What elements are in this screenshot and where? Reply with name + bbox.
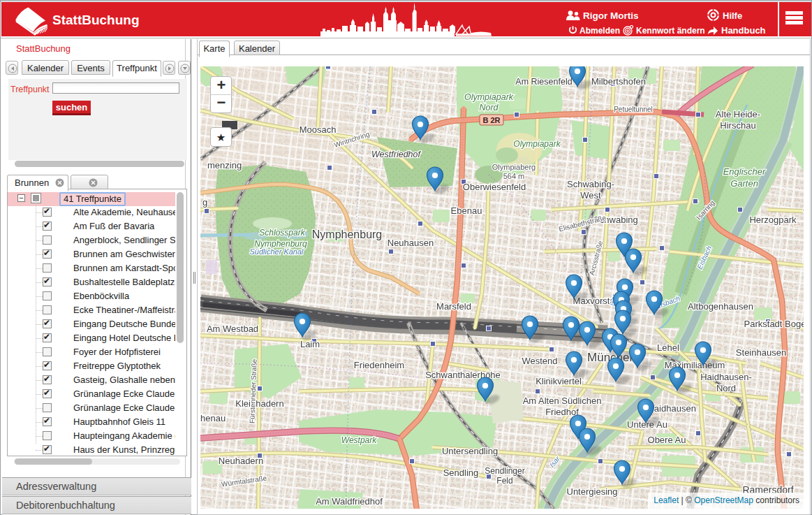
- svg-text:Am Riesenfeld: Am Riesenfeld: [515, 77, 572, 87]
- svg-text:menzing: menzing: [207, 160, 242, 171]
- svg-text:Ob: Ob: [803, 205, 804, 215]
- svg-text:Friedhof: Friedhof: [545, 407, 579, 417]
- svg-text:Schwabing-: Schwabing-: [567, 179, 614, 189]
- svg-text:Herzogpark: Herzogpark: [749, 215, 797, 225]
- svg-text:Südlicher Kanal: Südlicher Kanal: [249, 247, 304, 256]
- svg-text:Moosach: Moosach: [300, 124, 337, 135]
- svg-text:Feld: Feld: [496, 476, 512, 486]
- svg-text:Neuhadern: Neuhadern: [219, 456, 263, 466]
- svg-text:Englischer: Englischer: [723, 166, 766, 177]
- svg-text:Obere Au: Obere Au: [648, 435, 686, 445]
- svg-text:Am Alten Südlichen: Am Alten Südlichen: [523, 396, 602, 406]
- svg-text:Westpark: Westpark: [341, 435, 377, 445]
- svg-text:Nymphenburg: Nymphenburg: [312, 229, 383, 240]
- svg-text:Garten: Garten: [730, 178, 758, 189]
- svg-text:Nord: Nord: [716, 383, 736, 393]
- svg-text:Kleinhadern: Kleinhadern: [235, 398, 283, 409]
- svg-text:Ebenau: Ebenau: [451, 205, 482, 216]
- svg-text:Nord: Nord: [479, 103, 499, 113]
- svg-text:Steinhausen: Steinhausen: [736, 347, 786, 358]
- svg-text:Marsfeld: Marsfeld: [436, 301, 471, 312]
- svg-text:Olympiapark: Olympiapark: [464, 92, 514, 102]
- svg-text:Hirschau: Hirschau: [720, 120, 755, 131]
- svg-text:Sendling: Sendling: [443, 467, 479, 478]
- svg-text:B 2R: B 2R: [482, 116, 500, 124]
- svg-text:Parkstadt Boge: Parkstadt Boge: [744, 319, 804, 329]
- svg-text:Alte Heide-: Alte Heide-: [716, 109, 760, 119]
- svg-text:Haidhausen-: Haidhausen-: [700, 372, 752, 382]
- svg-text:Friedenheim: Friedenheim: [354, 360, 404, 370]
- svg-text:g: g: [202, 197, 207, 208]
- svg-text:Neuhausen: Neuhausen: [387, 238, 434, 248]
- svg-text:Oberwiesenfeld: Oberwiesenfeld: [463, 182, 526, 192]
- svg-text:Petueltunnel: Petueltunnel: [614, 106, 653, 113]
- svg-text:West: West: [580, 190, 601, 201]
- svg-text:Schlosspark: Schlosspark: [259, 228, 305, 238]
- svg-text:henau: henau: [200, 413, 226, 423]
- svg-text:Olympiaberg: Olympiaberg: [492, 163, 536, 171]
- svg-text:Lehel: Lehel: [657, 342, 679, 353]
- svg-text:564 m: 564 m: [503, 172, 525, 180]
- svg-text:Milbertshofen: Milbertshofen: [591, 76, 646, 87]
- svg-text:Am Waldfriedhof: Am Waldfriedhof: [316, 496, 383, 507]
- svg-text:Am Westbad: Am Westbad: [207, 324, 258, 334]
- svg-text:Westfriedhof: Westfriedhof: [371, 150, 421, 159]
- svg-text:Westend: Westend: [522, 356, 557, 366]
- svg-text:Untergiesing: Untergiesing: [567, 486, 618, 497]
- svg-text:Untersendling: Untersendling: [442, 446, 498, 456]
- svg-text:Altbogenhausen: Altbogenhausen: [688, 301, 753, 312]
- svg-text:Olympiapark: Olympiapark: [513, 139, 561, 149]
- svg-text:Laim: Laim: [300, 339, 320, 349]
- svg-text:Sendlinger: Sendlinger: [485, 466, 524, 476]
